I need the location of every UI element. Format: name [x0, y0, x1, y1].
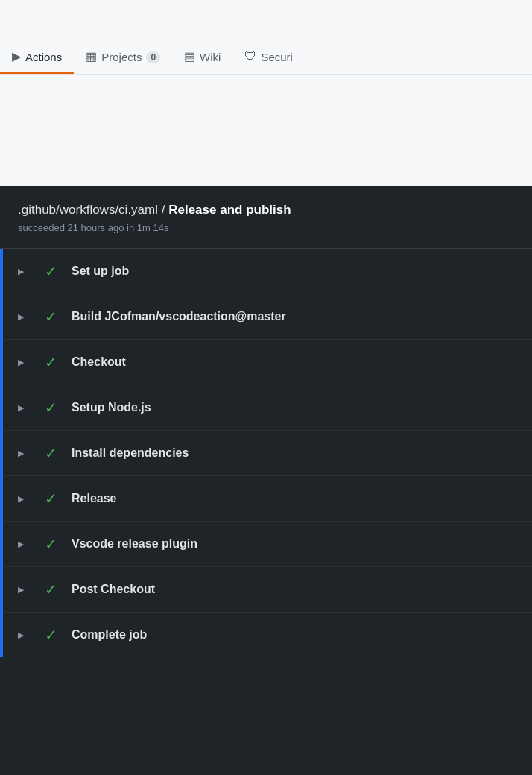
workflow-path: .github/workflows/ci.yaml: [18, 203, 158, 217]
tab-projects-label: Projects: [101, 51, 142, 63]
workflow-duration-val: in 1m 14s: [127, 222, 168, 233]
actions-icon: ▶: [12, 49, 21, 63]
step-label-9: Complete job: [72, 628, 147, 642]
step-check-icon-4: ✓: [42, 399, 60, 417]
tab-actions[interactable]: ▶ Actions: [0, 0, 74, 74]
steps-wrapper: ▶ ✓ Set up job ▶ ✓ Build JCofman/vscodea…: [0, 249, 532, 657]
step-item-7[interactable]: ▶ ✓ Vscode release plugin: [0, 522, 532, 567]
workflow-meta: succeeded 21 hours ago in 1m 14s: [18, 222, 514, 233]
step-check-icon-2: ✓: [42, 308, 60, 326]
step-label-6: Release: [72, 492, 117, 505]
workflow-name: Release and publish: [168, 203, 291, 217]
step-item-5[interactable]: ▶ ✓ Install dependencies: [0, 431, 532, 476]
step-label-2: Build JCofman/vscodeaction@master: [72, 310, 286, 323]
tab-wiki[interactable]: ▤ Wiki: [172, 0, 232, 74]
step-label-7: Vscode release plugin: [72, 537, 197, 551]
step-item-2[interactable]: ▶ ✓ Build JCofman/vscodeaction@master: [0, 294, 532, 340]
tab-security[interactable]: 🛡 Securi: [232, 0, 305, 74]
steps-list: ▶ ✓ Set up job ▶ ✓ Build JCofman/vscodea…: [0, 249, 532, 657]
tab-bar: ▶ Actions ▦ Projects 0 ▤ Wiki 🛡 Securi: [0, 0, 532, 75]
wiki-icon: ▤: [184, 49, 195, 63]
shield-icon: 🛡: [244, 50, 256, 63]
step-label-8: Post Checkout: [72, 583, 155, 596]
step-check-icon-6: ✓: [42, 490, 60, 507]
workflow-title: .github/workflows/ci.yaml / Release and …: [18, 203, 514, 218]
step-expand-icon-9: ▶: [18, 630, 30, 640]
step-item-6[interactable]: ▶ ✓ Release: [0, 476, 532, 522]
step-expand-icon-3: ▶: [18, 358, 30, 367]
step-item-8[interactable]: ▶ ✓ Post Checkout: [0, 567, 532, 613]
step-check-icon-9: ✓: [42, 626, 60, 644]
step-expand-icon-8: ▶: [18, 585, 30, 595]
step-label-1: Set up job: [72, 265, 129, 278]
projects-icon: ▦: [86, 49, 97, 63]
step-expand-icon-7: ▶: [18, 540, 30, 549]
blue-accent-bar: [0, 249, 3, 657]
workflow-separator: /: [162, 203, 168, 217]
workflow-section: .github/workflows/ci.yaml / Release and …: [0, 186, 532, 775]
workflow-status: succeeded: [18, 222, 65, 233]
step-item-9[interactable]: ▶ ✓ Complete job: [0, 613, 532, 657]
step-check-icon-7: ✓: [42, 535, 60, 553]
tab-actions-label: Actions: [25, 51, 62, 63]
tab-projects[interactable]: ▦ Projects 0: [74, 0, 172, 74]
workflow-header: .github/workflows/ci.yaml / Release and …: [0, 186, 532, 249]
step-expand-icon-6: ▶: [18, 494, 30, 504]
tab-security-label: Securi: [261, 51, 293, 63]
step-label-4: Setup Node.js: [72, 401, 151, 414]
step-item-1[interactable]: ▶ ✓ Set up job: [0, 249, 532, 294]
step-check-icon-3: ✓: [42, 353, 60, 371]
workflow-time-ago: 21 hours ago: [68, 222, 124, 233]
tab-wiki-label: Wiki: [200, 51, 221, 63]
step-check-icon-8: ✓: [42, 581, 60, 598]
step-check-icon-1: ✓: [42, 262, 60, 280]
step-expand-icon-4: ▶: [18, 403, 30, 413]
step-label-3: Checkout: [72, 355, 126, 369]
step-item-4[interactable]: ▶ ✓ Setup Node.js: [0, 385, 532, 431]
spacer-area: [0, 75, 532, 186]
step-expand-icon-1: ▶: [18, 267, 30, 276]
projects-badge: 0: [146, 51, 160, 63]
step-check-icon-5: ✓: [42, 444, 60, 462]
step-label-5: Install dependencies: [72, 446, 189, 460]
step-expand-icon-5: ▶: [18, 449, 30, 458]
step-item-3[interactable]: ▶ ✓ Checkout: [0, 340, 532, 385]
step-expand-icon-2: ▶: [18, 312, 30, 322]
